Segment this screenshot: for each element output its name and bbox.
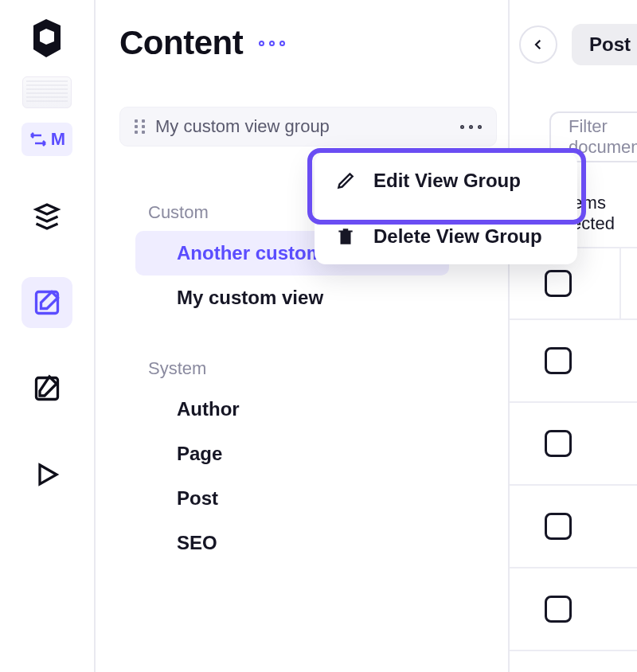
drag-handle-icon[interactable] (135, 119, 146, 134)
back-button[interactable] (519, 25, 557, 64)
content-menu-icon[interactable] (259, 41, 285, 46)
nav-run[interactable] (21, 449, 72, 500)
document-table (510, 247, 637, 651)
sidebar-item-system-2[interactable]: Post (135, 476, 449, 521)
view-group-row[interactable]: My custom view group (119, 107, 497, 147)
model-thumbnail[interactable] (22, 76, 72, 108)
trash-icon (335, 226, 356, 247)
view-group-menu-icon[interactable] (460, 125, 482, 129)
sidebar-item-system-3[interactable]: SEO (135, 521, 449, 565)
chevron-left-icon (531, 37, 545, 52)
nav-content[interactable] (21, 277, 72, 328)
view-group-name: My custom view group (155, 116, 451, 137)
app-logo (29, 18, 65, 62)
document-list-panel: Post Filter documents 0 items selected (510, 0, 637, 672)
nav-schema[interactable] (21, 191, 72, 242)
model-switcher-label: M (51, 129, 65, 150)
sidebar-item-system-1[interactable]: Page (135, 432, 449, 476)
view-group-menu: Edit View Group Delete View Group (315, 153, 577, 264)
content-sidebar: Content My custom view group Custom Anot… (96, 0, 510, 672)
nav-rail: M (0, 0, 96, 672)
filter-placeholder: Filter documents (569, 116, 637, 158)
menu-item-delete-view-group[interactable]: Delete View Group (315, 209, 577, 264)
page-title: Content (119, 24, 243, 62)
menu-item-edit-label: Edit View Group (373, 170, 521, 192)
model-switcher[interactable]: M (21, 123, 72, 156)
sidebar-item-custom-1[interactable]: My custom view (135, 275, 449, 320)
column-divider (619, 248, 621, 318)
table-row[interactable] (510, 486, 637, 568)
schema-chip[interactable]: Post (572, 24, 637, 65)
pencil-icon (335, 170, 356, 191)
menu-item-delete-label: Delete View Group (373, 225, 542, 248)
table-row[interactable] (510, 568, 637, 651)
menu-item-edit-view-group[interactable]: Edit View Group (315, 153, 577, 209)
row-checkbox[interactable] (545, 430, 572, 457)
nav-drafts[interactable] (21, 363, 72, 414)
section-label-system: System (148, 358, 497, 379)
sidebar-item-system-0[interactable]: Author (135, 387, 449, 432)
row-checkbox[interactable] (545, 596, 572, 623)
table-row[interactable] (510, 320, 637, 403)
row-checkbox[interactable] (545, 347, 572, 374)
table-row[interactable] (510, 403, 637, 486)
row-checkbox[interactable] (545, 513, 572, 540)
select-all-checkbox[interactable] (545, 270, 572, 297)
